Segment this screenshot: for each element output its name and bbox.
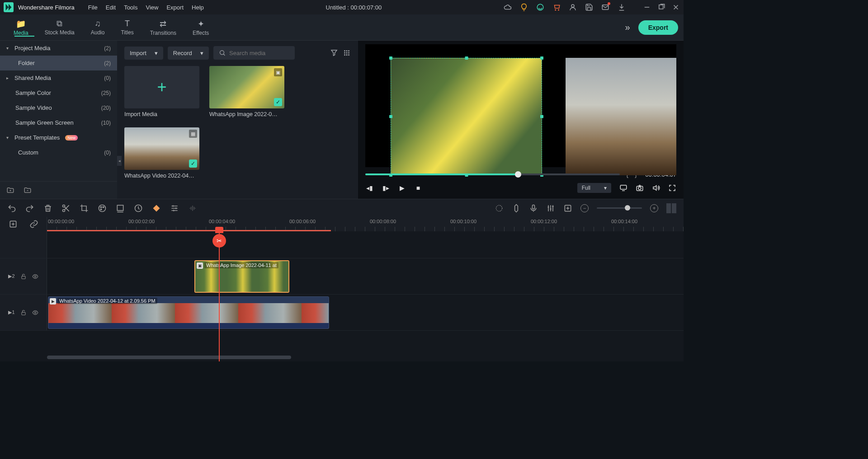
preview-quality-select[interactable]: Full▾ — [577, 183, 611, 193]
sidebar-item-sample-video[interactable]: Sample Video (20) — [0, 100, 117, 115]
ruler-mark: 00:00:00:00 — [48, 219, 74, 224]
cart-icon[interactable] — [552, 3, 561, 11]
voiceover-icon[interactable] — [529, 204, 538, 213]
preview-stage[interactable] — [365, 44, 676, 167]
delete-folder-icon[interactable] — [24, 186, 32, 194]
sidebar-item-folder[interactable]: Folder (2) — [0, 56, 117, 70]
add-track-icon[interactable] — [563, 204, 572, 213]
scrollbar-thumb[interactable] — [47, 356, 291, 359]
menu-file[interactable]: File — [88, 4, 98, 11]
delete-icon[interactable] — [43, 204, 52, 213]
redo-icon[interactable] — [25, 204, 34, 213]
media-card-import[interactable]: + Import Media — [124, 66, 199, 117]
collapse-tabs-icon[interactable]: » — [625, 22, 630, 33]
timeline-ruler[interactable]: 00:00:00:00 00:00:02:00 00:00:04:00 00:0… — [47, 217, 684, 231]
undo-icon[interactable] — [7, 204, 16, 213]
media-card-image[interactable]: ▣ ✓ WhatsApp Image 2022-0… — [209, 66, 284, 117]
snapshot-icon[interactable] — [636, 184, 644, 192]
grid-view-icon[interactable] — [343, 49, 351, 57]
color-icon[interactable] — [98, 204, 107, 213]
svg-point-32 — [34, 276, 36, 277]
search-input[interactable] — [229, 50, 289, 56]
preview-selected-clip[interactable] — [391, 58, 542, 175]
clip-main[interactable]: ▶ WhatsApp Video 2022-04-12 at 2.09.56 P… — [48, 296, 329, 329]
menu-tools[interactable]: Tools — [124, 4, 137, 11]
zoom-slider[interactable] — [597, 207, 642, 209]
tab-media[interactable]: 📁 Media — [5, 19, 37, 36]
filter-icon[interactable] — [330, 49, 338, 57]
sidebar-item-preset-templates[interactable]: ▾Preset TemplatesNew — [0, 130, 117, 145]
close-icon[interactable] — [672, 3, 680, 11]
resize-handle[interactable] — [465, 56, 468, 60]
maximize-icon[interactable] — [657, 3, 665, 11]
audio-mixer-icon[interactable] — [546, 204, 555, 213]
preview-scrubber[interactable] — [365, 173, 620, 175]
menu-export[interactable]: Export — [166, 4, 184, 11]
crop-icon[interactable] — [80, 204, 89, 213]
sidebar-item-custom[interactable]: Custom (0) — [0, 145, 117, 160]
resize-handle[interactable] — [389, 115, 392, 118]
media-card-video[interactable]: ▦ ✓ WhatsApp Video 2022-04… — [124, 127, 199, 179]
menu-view[interactable]: View — [146, 4, 158, 11]
sidebar-item-sample-color[interactable]: Sample Color (25) — [0, 85, 117, 100]
next-frame-icon[interactable]: ▮▸ — [382, 184, 390, 192]
zoom-fit-icon[interactable] — [666, 203, 676, 213]
link-icon[interactable] — [29, 220, 38, 229]
fullscreen-icon[interactable] — [668, 184, 676, 192]
speed-icon[interactable] — [134, 204, 143, 213]
sidebar-item-sample-green[interactable]: Sample Green Screen (10) — [0, 115, 117, 130]
sidebar-item-label: Sample Video — [15, 104, 52, 111]
minimize-icon[interactable] — [643, 3, 651, 11]
zoom-thumb[interactable] — [625, 205, 630, 211]
menu-help[interactable]: Help — [192, 4, 204, 11]
zoom-out-icon[interactable]: − — [580, 204, 589, 212]
timeline-options-icon[interactable] — [9, 220, 18, 229]
adjust-icon[interactable] — [170, 204, 179, 213]
lock-icon[interactable] — [20, 309, 27, 316]
cloud-icon[interactable] — [504, 3, 512, 11]
clip-overlay[interactable]: ▣ WhatsApp Image 2022-04-11 at — [194, 260, 289, 293]
green-screen-icon[interactable] — [116, 204, 125, 213]
display-icon[interactable] — [619, 184, 627, 192]
playhead-scissors-icon[interactable]: ✂ — [212, 234, 226, 248]
tab-effects[interactable]: ✦ Effects — [184, 19, 217, 36]
playhead-head[interactable] — [215, 227, 223, 233]
collapse-sidebar-handle[interactable]: ◂ — [117, 156, 122, 166]
tab-titles[interactable]: T Titles — [113, 19, 142, 36]
messages-icon[interactable] — [601, 3, 609, 11]
visibility-icon[interactable] — [32, 309, 38, 316]
prev-frame-icon[interactable]: ◂▮ — [365, 184, 373, 192]
resize-handle[interactable] — [540, 115, 543, 118]
new-folder-icon[interactable] — [6, 186, 14, 194]
scrubber-thumb[interactable] — [515, 171, 521, 178]
play-icon[interactable]: ▶ — [398, 184, 406, 192]
timeline-scrollbar[interactable] — [47, 356, 677, 360]
visibility-icon[interactable] — [32, 273, 38, 280]
render-icon[interactable] — [495, 204, 504, 213]
stop-icon[interactable]: ■ — [414, 184, 422, 192]
tab-stock-media[interactable]: ⧉ Stock Media — [37, 19, 83, 36]
menu-edit[interactable]: Edit — [106, 4, 116, 11]
resize-handle[interactable] — [540, 56, 543, 60]
import-dropdown[interactable]: Import▾ — [124, 47, 163, 60]
tab-transitions[interactable]: ⇄ Transitions — [142, 19, 184, 36]
split-icon[interactable] — [61, 204, 71, 213]
save-icon[interactable] — [585, 3, 593, 11]
zoom-in-icon[interactable]: + — [650, 204, 658, 212]
support-icon[interactable] — [536, 3, 544, 11]
record-dropdown[interactable]: Record▾ — [168, 47, 209, 60]
resize-handle[interactable] — [389, 56, 392, 60]
sidebar-item-project-media[interactable]: ▾Project Media (2) — [0, 41, 117, 56]
volume-icon[interactable] — [652, 184, 660, 192]
download-icon[interactable] — [618, 3, 626, 11]
tab-audio[interactable]: ♫ Audio — [83, 19, 113, 36]
keyframe-icon[interactable] — [152, 204, 161, 213]
account-icon[interactable] — [569, 3, 577, 11]
marker-icon[interactable] — [512, 204, 521, 213]
export-button[interactable]: Export — [638, 20, 678, 35]
search-media-box[interactable] — [213, 46, 295, 60]
sidebar-item-shared-media[interactable]: ▸Shared Media (0) — [0, 70, 117, 85]
playhead[interactable] — [219, 231, 220, 361]
idea-icon[interactable] — [520, 3, 528, 11]
lock-icon[interactable] — [20, 273, 27, 280]
